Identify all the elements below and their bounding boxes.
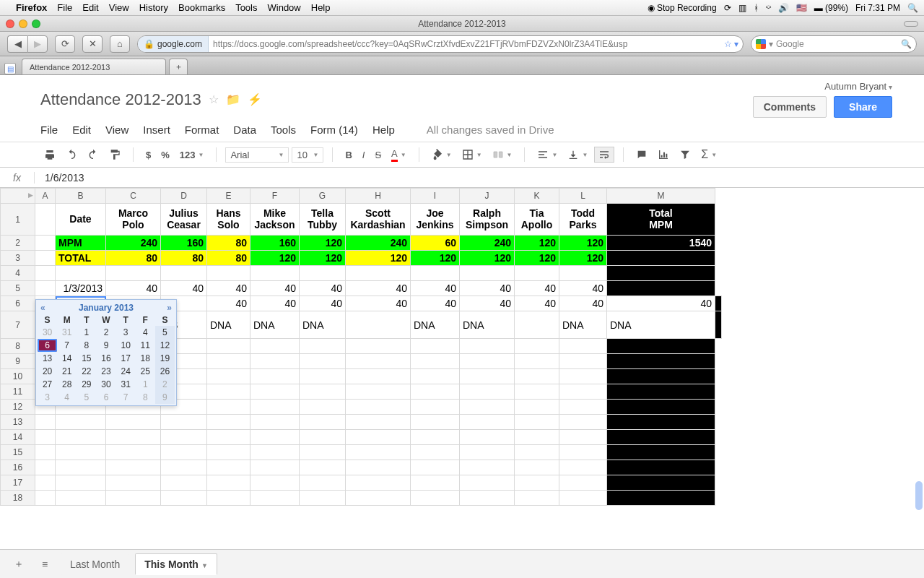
cell[interactable]: [106, 430, 161, 445]
dp-day[interactable]: 9: [155, 391, 175, 404]
cell[interactable]: 120: [300, 251, 346, 266]
cell[interactable]: [346, 266, 411, 281]
dp-day[interactable]: 2: [96, 326, 116, 339]
docmenu-format[interactable]: Format: [185, 124, 219, 136]
flag-icon[interactable]: 🇺🇸: [796, 3, 807, 13]
dp-day[interactable]: 29: [77, 378, 96, 391]
col-header[interactable]: F: [250, 189, 300, 204]
cell[interactable]: [56, 445, 106, 460]
docmenu-insert[interactable]: Insert: [143, 124, 170, 136]
cell[interactable]: [460, 491, 515, 506]
dp-day[interactable]: 11: [136, 339, 155, 352]
col-header[interactable]: I: [411, 189, 460, 204]
cell[interactable]: [161, 266, 207, 281]
comments-button[interactable]: Comments: [753, 96, 827, 118]
search-bar[interactable]: ▾ Google 🔍: [751, 35, 917, 53]
cell[interactable]: 40: [250, 296, 300, 311]
column-header[interactable]: JoeJenkins: [411, 204, 460, 236]
column-header[interactable]: RalphSimpson: [460, 204, 515, 236]
column-header[interactable]: TellaTubby: [300, 204, 346, 236]
cell[interactable]: [607, 460, 715, 475]
docmenu-edit[interactable]: Edit: [72, 124, 91, 136]
cell[interactable]: 120: [515, 251, 559, 266]
cell[interactable]: [35, 415, 56, 430]
cell[interactable]: [106, 475, 161, 491]
dp-day[interactable]: 25: [136, 365, 155, 378]
cell[interactable]: 40: [607, 296, 715, 311]
dp-prev[interactable]: «: [40, 303, 45, 313]
row-header[interactable]: 7: [1, 311, 35, 339]
cell[interactable]: DNA: [411, 311, 460, 339]
cell[interactable]: 40: [411, 281, 460, 296]
row-header[interactable]: 18: [1, 491, 35, 506]
cell[interactable]: 80: [207, 236, 250, 251]
add-sheet-button[interactable]: ＋: [9, 554, 29, 574]
cell[interactable]: [460, 415, 515, 430]
cell[interactable]: [607, 266, 715, 281]
cell[interactable]: [346, 460, 411, 475]
cell[interactable]: [515, 354, 559, 369]
cell[interactable]: 120: [250, 251, 300, 266]
menu-history[interactable]: History: [139, 2, 168, 13]
cell[interactable]: [207, 266, 250, 281]
cell[interactable]: [559, 266, 607, 281]
display-icon[interactable]: ▥: [738, 3, 746, 13]
row-header[interactable]: 4: [1, 266, 35, 281]
cell[interactable]: [346, 354, 411, 369]
cell[interactable]: [56, 475, 106, 491]
formula-bar[interactable]: fx 1/6/2013: [0, 168, 924, 188]
cell[interactable]: 60: [411, 236, 460, 251]
column-header[interactable]: JuliusCeasar: [161, 204, 207, 236]
cell[interactable]: 80: [106, 251, 161, 266]
cell[interactable]: [411, 445, 460, 460]
sheet-tab-this-month[interactable]: This Month▼: [135, 553, 217, 575]
col-header[interactable]: J: [460, 189, 515, 204]
cell[interactable]: [250, 339, 300, 354]
halign-button[interactable]: ▼: [533, 147, 561, 162]
docmenu-view[interactable]: View: [105, 124, 128, 136]
cell[interactable]: DNA: [250, 311, 300, 339]
cell[interactable]: [515, 369, 559, 384]
cell[interactable]: [106, 445, 161, 460]
cell[interactable]: [207, 384, 250, 400]
currency-button[interactable]: $: [142, 148, 154, 162]
cell[interactable]: [207, 475, 250, 491]
clock[interactable]: Fri 7:31 PM: [855, 3, 900, 13]
sidebar-toggle-icon[interactable]: ▤: [4, 63, 16, 74]
row-header[interactable]: 10: [1, 369, 35, 384]
cell[interactable]: [300, 400, 346, 415]
dp-day[interactable]: 8: [77, 339, 96, 352]
cell[interactable]: [411, 339, 460, 354]
cell[interactable]: [35, 445, 56, 460]
cell[interactable]: [515, 430, 559, 445]
cell[interactable]: 120: [559, 251, 607, 266]
cell[interactable]: [106, 491, 161, 506]
column-header[interactable]: MarcoPolo: [106, 204, 161, 236]
cell[interactable]: 40: [106, 281, 161, 296]
cell[interactable]: [161, 445, 207, 460]
bluetooth-icon[interactable]: ᚼ: [754, 3, 759, 13]
col-header[interactable]: H: [346, 189, 411, 204]
percent-button[interactable]: %: [157, 148, 173, 162]
docmenu-tools[interactable]: Tools: [271, 124, 296, 136]
docmenu-data[interactable]: Data: [233, 124, 256, 136]
cell[interactable]: [56, 460, 106, 475]
cell[interactable]: [460, 266, 515, 281]
dp-day[interactable]: 13: [38, 352, 57, 365]
cell[interactable]: 120: [411, 251, 460, 266]
formula-value[interactable]: 1/6/2013: [35, 172, 84, 184]
cell[interactable]: 40: [207, 281, 250, 296]
cell[interactable]: [460, 430, 515, 445]
cell[interactable]: [35, 491, 56, 506]
row-header[interactable]: 11: [1, 384, 35, 400]
cell[interactable]: 40: [161, 281, 207, 296]
dp-day[interactable]: 26: [155, 365, 175, 378]
cell[interactable]: [250, 400, 300, 415]
browser-tab[interactable]: Attendance 2012-2013: [22, 59, 166, 74]
cell[interactable]: [460, 400, 515, 415]
borders-button[interactable]: ▼: [458, 147, 486, 162]
cell[interactable]: [411, 491, 460, 506]
docmenu-form[interactable]: Form (14): [310, 124, 358, 136]
cell[interactable]: [35, 266, 56, 281]
cell[interactable]: [250, 445, 300, 460]
